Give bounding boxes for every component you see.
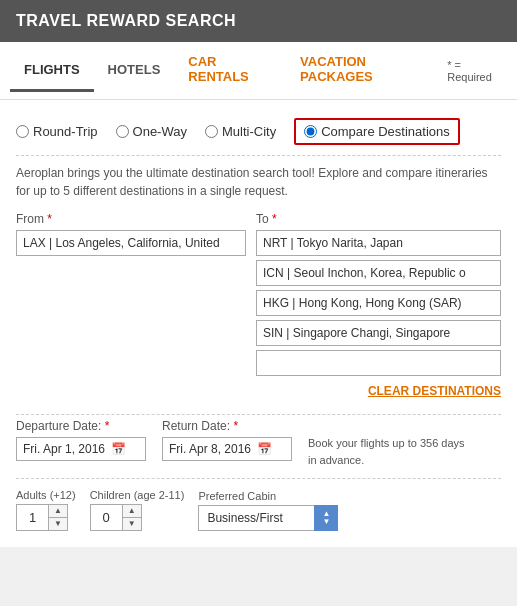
return-input-wrap: Fri. Apr 8, 2016 📅 [162,437,292,461]
tab-car-rentals[interactable]: CAR RENTALS [174,42,286,99]
app-container: TRAVEL REWARD SEARCH FLIGHTS HOTELS CAR … [0,0,517,547]
round-trip-label: Round-Trip [33,124,98,139]
children-decrement-button[interactable]: ▼ [123,518,141,530]
adults-value: 1 [17,506,48,529]
to-group: To * CLEAR DESTINATIONS [256,212,501,406]
to-input-1[interactable] [256,230,501,256]
cabin-select[interactable]: Economy Business/First [198,505,338,531]
clear-destinations-link[interactable]: CLEAR DESTINATIONS [256,384,501,398]
to-input-4[interactable] [256,320,501,346]
tab-flights[interactable]: FLIGHTS [10,50,94,92]
tabs-bar: FLIGHTS HOTELS CAR RENTALS VACATION PACK… [0,42,517,100]
compare-destinations-label: Compare Destinations [321,124,450,139]
from-group: From * [16,212,246,406]
to-inputs [256,230,501,376]
adults-label: Adults (+12) [16,489,76,501]
return-label: Return Date: * [162,419,292,433]
children-value: 0 [91,506,122,529]
book-note: Book your flights up to 356 days in adva… [308,435,468,468]
children-increment-button[interactable]: ▲ [123,505,141,518]
from-label: From * [16,212,246,226]
date-row: Departure Date: * Fri. Apr 1, 2016 📅 Ret… [16,414,501,468]
departure-group: Departure Date: * Fri. Apr 1, 2016 📅 [16,419,146,461]
children-label: Children (age 2-11) [90,489,185,501]
header-title: TRAVEL REWARD SEARCH [16,12,236,29]
from-to-row: From * To * CLEAR DESTINATIONS [16,212,501,406]
return-group: Return Date: * Fri. Apr 8, 2016 📅 [162,419,292,461]
content: Round-Trip One-Way Multi-City Compare De… [0,100,517,547]
to-label: To * [256,212,501,226]
to-input-5[interactable] [256,350,501,376]
tab-vacation-packages[interactable]: VACATION PACKAGES [286,42,443,99]
return-calendar-icon[interactable]: 📅 [257,442,272,456]
required-note: * = Required [443,59,507,83]
return-value: Fri. Apr 8, 2016 [169,442,251,456]
to-input-2[interactable] [256,260,501,286]
cabin-select-wrap: Economy Business/First ▲ ▼ [198,505,338,531]
radio-compare-destinations[interactable]: Compare Destinations [294,118,460,145]
children-spinner-buttons: ▲ ▼ [122,505,141,530]
departure-label: Departure Date: * [16,419,146,433]
one-way-label: One-Way [133,124,187,139]
radio-round-trip[interactable]: Round-Trip [16,124,98,139]
cabin-label: Preferred Cabin [198,490,338,502]
cabin-group: Preferred Cabin Economy Business/First ▲… [198,490,338,531]
header: TRAVEL REWARD SEARCH [0,0,517,42]
adults-group: Adults (+12) 1 ▲ ▼ [16,489,76,531]
multi-city-label: Multi-City [222,124,276,139]
trip-type-row: Round-Trip One-Way Multi-City Compare De… [16,110,501,155]
children-spinner: 0 ▲ ▼ [90,504,142,531]
adults-spinner-buttons: ▲ ▼ [48,505,67,530]
departure-input-wrap: Fri. Apr 1, 2016 📅 [16,437,146,461]
adults-increment-button[interactable]: ▲ [49,505,67,518]
departure-value: Fri. Apr 1, 2016 [23,442,105,456]
tab-hotels[interactable]: HOTELS [94,50,175,92]
adults-spinner: 1 ▲ ▼ [16,504,68,531]
info-text: Aeroplan brings you the ultimate destina… [16,155,501,200]
to-input-3[interactable] [256,290,501,316]
adults-decrement-button[interactable]: ▼ [49,518,67,530]
departure-calendar-icon[interactable]: 📅 [111,442,126,456]
from-input[interactable] [16,230,246,256]
passengers-row: Adults (+12) 1 ▲ ▼ Children (age 2-11) 0… [16,478,501,531]
radio-one-way[interactable]: One-Way [116,124,187,139]
children-group: Children (age 2-11) 0 ▲ ▼ [90,489,185,531]
radio-multi-city[interactable]: Multi-City [205,124,276,139]
